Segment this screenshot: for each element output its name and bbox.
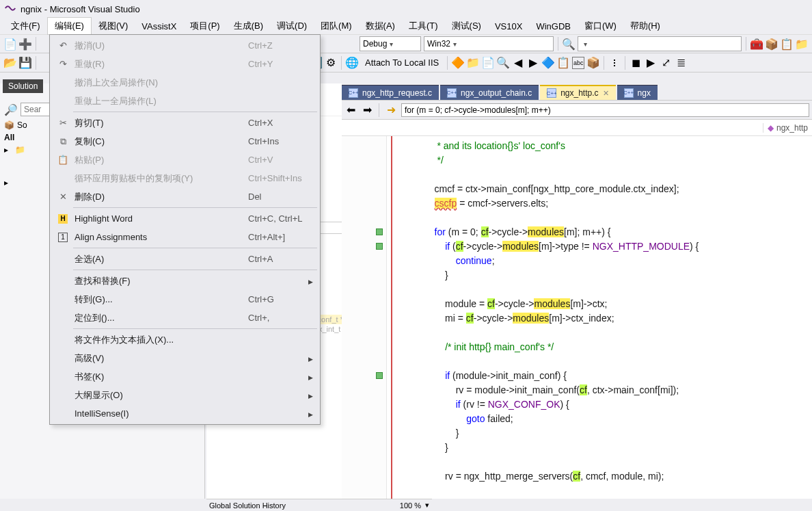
menu-item-3[interactable]: VAssistX	[135, 19, 183, 34]
code-line[interactable]: }	[424, 268, 812, 283]
menu-item[interactable]: ⧉复制(C)Ctrl+Ins	[51, 132, 319, 150]
code-line[interactable]: rv = ngx_http_merge_servers(cf, cmcf, mo…	[424, 469, 812, 484]
code-line[interactable]	[424, 168, 812, 182]
member-combo[interactable]: ◆ ngx_http	[763, 123, 812, 133]
attach-iis-button[interactable]: Attach To Local IIS	[361, 57, 443, 68]
t2-grp-7[interactable]: 🔷	[542, 57, 554, 69]
menu-item[interactable]: 书签(K)	[51, 367, 319, 386]
toolbox-icon-2[interactable]: 📦	[766, 38, 778, 50]
list-icon[interactable]: ≣	[675, 57, 687, 69]
play-icon[interactable]: ▶	[645, 57, 657, 69]
menu-item[interactable]: 全选(A)Ctrl+A	[51, 250, 319, 268]
code-line[interactable]: for (m = 0; cf->cycle->modules[m]; m++) …	[424, 225, 812, 239]
menu-item[interactable]: 将文件作为文本插入(X)...	[51, 330, 319, 349]
menu-item-8[interactable]: 数据(A)	[359, 18, 402, 34]
gear-icon[interactable]: ⚙	[325, 57, 337, 69]
menu-item[interactable]: IntelliSense(I)	[51, 404, 319, 423]
add-item-icon[interactable]: ➕	[19, 38, 31, 50]
code-line[interactable]: mi = cf->cycle->modules[m]->ctx_index;	[424, 311, 812, 326]
scope-combo[interactable]: for (m = 0; cf->cycle->modules[m]; m++)	[401, 103, 809, 117]
code-line[interactable]	[424, 354, 812, 369]
code-line[interactable]	[424, 211, 812, 225]
nav-fwd-icon[interactable]: ➡	[361, 104, 373, 116]
code-line[interactable]: if (rv != NGX_CONF_OK) {	[424, 397, 812, 412]
menu-item-0[interactable]: 文件(F)	[4, 18, 47, 34]
t2-grp-5[interactable]: ◀	[512, 57, 524, 69]
new-project-icon[interactable]: 📄	[4, 38, 16, 50]
editor-tab[interactable]: C++ngx	[617, 85, 658, 100]
stop-icon[interactable]: ◼	[630, 57, 642, 69]
code-line[interactable]: /* init http{} main_conf's */	[424, 340, 812, 354]
t2-grp-3[interactable]: 📄	[482, 57, 494, 69]
code-line[interactable]	[424, 283, 812, 297]
code-line[interactable]	[424, 455, 812, 469]
t2-grp-2[interactable]: 📁	[467, 57, 479, 69]
zoom-level[interactable]: 100 %	[400, 501, 421, 510]
t2-grp-4[interactable]: 🔍	[497, 57, 509, 69]
code-line[interactable]: }	[424, 426, 812, 441]
menu-item[interactable]: HHighlight WordCtrl+C, Ctrl+L	[51, 209, 319, 228]
menu-item[interactable]: 转到(G)...Ctrl+G	[51, 290, 319, 309]
editor-tab[interactable]: C++ngx_http_request.c	[342, 85, 439, 100]
menu-item[interactable]: 高级(V)	[51, 349, 319, 367]
menu-item-5[interactable]: 生成(B)	[227, 18, 270, 34]
zoom-caret-icon[interactable]: ▾	[425, 501, 429, 510]
code-editor[interactable]: * and its location{}s' loc_conf's */ cmc…	[342, 136, 812, 499]
toggle-icon[interactable]: ⫶	[608, 57, 621, 69]
toolbox-icon-4[interactable]: 📁	[796, 38, 808, 50]
outline-square-icon[interactable]	[376, 372, 383, 379]
t2-icon-2[interactable]: 💾	[19, 57, 31, 69]
code-line[interactable]: if (cf->cycle->modules[m]->type != NGX_H…	[424, 239, 812, 254]
code-line[interactable]: if (module->init_main_conf) {	[424, 369, 812, 383]
code-line[interactable]: module = cf->cycle->modules[m]->ctx;	[424, 297, 812, 311]
nav-back-icon[interactable]: ⬅	[344, 104, 357, 116]
menu-item-13[interactable]: 窗口(W)	[578, 18, 623, 34]
close-tab-icon[interactable]: ✕	[603, 89, 609, 98]
history-label[interactable]: Global Solution History	[209, 501, 286, 510]
menu-item[interactable]: ✕删除(D)Del	[51, 187, 319, 206]
code-line[interactable]: goto failed;	[424, 412, 812, 426]
outline-square-icon[interactable]	[376, 228, 383, 235]
code-line[interactable]: cmcf = ctx->main_conf[ngx_http_core_modu…	[424, 182, 812, 196]
menu-item-4[interactable]: 项目(P)	[183, 18, 226, 34]
t2-grp-9[interactable]: abc	[572, 57, 584, 69]
config-combo[interactable]: Debug	[360, 36, 421, 51]
toolbox-icon-1[interactable]: 🧰	[750, 38, 763, 50]
code-line[interactable]: cscfp = cmcf->servers.elts;	[424, 196, 812, 211]
t2-grp-6[interactable]: ▶	[527, 57, 539, 69]
platform-combo[interactable]: Win32	[424, 36, 554, 51]
find-icon[interactable]: 🔍	[563, 38, 575, 50]
code-line[interactable]: */	[424, 153, 812, 168]
t2-grp-10[interactable]: 📦	[587, 57, 599, 69]
code-line[interactable]: * and its location{}s' loc_conf's	[424, 139, 812, 153]
expand-icon[interactable]: ⤢	[660, 57, 672, 69]
find-combo[interactable]	[578, 36, 742, 51]
t2-icon-1[interactable]: 📂	[4, 57, 16, 69]
code-line[interactable]: continue;	[424, 254, 812, 268]
toolbox-icon-3[interactable]: 📋	[781, 38, 793, 50]
menu-item-10[interactable]: 测试(S)	[445, 18, 488, 34]
t2-grp-8[interactable]: 📋	[557, 57, 569, 69]
menu-item[interactable]: 大纲显示(O)	[51, 386, 319, 404]
t2-grp-1[interactable]: 🔶	[452, 57, 464, 69]
menu-item-7[interactable]: 团队(M)	[314, 18, 359, 34]
code-line[interactable]	[424, 326, 812, 340]
menu-item-14[interactable]: 帮助(H)	[623, 18, 667, 34]
menu-item-6[interactable]: 调试(D)	[270, 18, 314, 34]
globe-icon[interactable]: 🌐	[346, 57, 358, 69]
menu-item[interactable]: 定位到()...Ctrl+,	[51, 309, 319, 327]
editor-tab[interactable]: C++ngx_http.c✕	[540, 85, 615, 100]
menu-item-1[interactable]: 编辑(E)	[47, 17, 92, 35]
menu-item[interactable]: 1Align AssignmentsCtrl+Alt+]	[51, 228, 319, 246]
menu-item-9[interactable]: 工具(T)	[402, 18, 445, 34]
menu-item-12[interactable]: WinGDB	[529, 19, 578, 34]
editor-tab[interactable]: C++ngx_output_chain.c	[440, 85, 539, 100]
outline-square-icon[interactable]	[376, 243, 383, 250]
menu-item[interactable]: ✂剪切(T)Ctrl+X	[51, 114, 319, 132]
menu-item-11[interactable]: VS10X	[488, 19, 529, 34]
code-line[interactable]: }	[424, 441, 812, 455]
code-content[interactable]: * and its location{}s' loc_conf's */ cmc…	[396, 136, 812, 499]
menu-item-2[interactable]: 视图(V)	[92, 18, 135, 34]
menu-item[interactable]: 查找和替换(F)	[51, 272, 319, 290]
code-line[interactable]: rv = module->init_main_conf(cf, ctx->mai…	[424, 383, 812, 397]
